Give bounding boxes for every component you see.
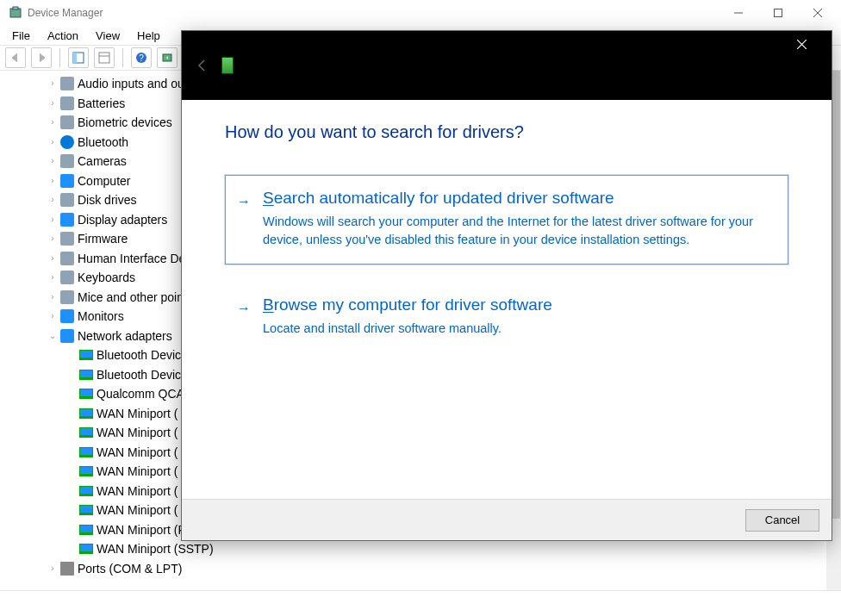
tree-category[interactable]: ›Ports (COM & LPT) bbox=[47, 559, 841, 579]
separator bbox=[122, 48, 123, 67]
network-adapter-icon bbox=[79, 348, 93, 362]
svg-rect-5 bbox=[99, 53, 109, 63]
device-label: Bluetooth Device bbox=[97, 345, 188, 365]
category-icon bbox=[60, 174, 74, 188]
dialog-question: How do you want to search for drivers? bbox=[225, 122, 788, 142]
dialog-close-button[interactable] bbox=[782, 31, 821, 57]
svg-rect-2 bbox=[775, 9, 782, 17]
cancel-button[interactable]: Cancel bbox=[745, 509, 819, 532]
expand-toggle[interactable]: › bbox=[47, 133, 59, 152]
help-button[interactable]: ? bbox=[131, 47, 152, 68]
option-search-automatically[interactable]: → Search automatically for updated drive… bbox=[225, 175, 788, 264]
tree-device[interactable]: WAN Miniport (SSTP) bbox=[65, 539, 841, 559]
category-label: Cameras bbox=[78, 152, 127, 171]
network-adapter-icon bbox=[79, 484, 93, 498]
expand-toggle[interactable]: › bbox=[47, 559, 59, 579]
dialog-footer: Cancel bbox=[182, 499, 832, 540]
menu-action[interactable]: Action bbox=[39, 28, 87, 44]
category-icon bbox=[60, 77, 74, 90]
app-icon bbox=[9, 6, 22, 20]
network-adapter-icon bbox=[79, 503, 93, 517]
expand-toggle[interactable]: ⌄ bbox=[47, 327, 59, 346]
network-adapter-icon bbox=[79, 407, 93, 420]
network-adapter-icon bbox=[79, 464, 93, 478]
menu-help[interactable]: Help bbox=[128, 28, 169, 44]
category-icon bbox=[60, 309, 74, 323]
category-label: Firmware bbox=[78, 229, 128, 249]
menu-file[interactable]: File bbox=[3, 28, 39, 44]
category-label: Batteries bbox=[78, 94, 125, 114]
network-adapter-icon bbox=[79, 368, 93, 382]
dialog-body: How do you want to search for drivers? →… bbox=[182, 100, 832, 499]
expand-toggle[interactable]: › bbox=[47, 210, 59, 230]
expand-toggle[interactable]: › bbox=[47, 307, 59, 327]
option-browse-computer[interactable]: → Browse my computer for driver software… bbox=[225, 282, 788, 353]
option-title: Browse my computer for driver software bbox=[263, 296, 771, 314]
category-label: Bluetooth bbox=[78, 133, 128, 152]
expand-toggle[interactable]: › bbox=[47, 74, 59, 94]
device-icon bbox=[221, 57, 234, 74]
category-icon bbox=[60, 252, 74, 265]
category-icon bbox=[60, 96, 74, 110]
category-label: Biometric devices bbox=[78, 113, 172, 133]
category-icon bbox=[60, 213, 74, 227]
separator bbox=[59, 48, 60, 67]
network-adapter-icon bbox=[79, 445, 93, 459]
nav-back-button[interactable] bbox=[5, 47, 26, 68]
expand-toggle[interactable]: › bbox=[47, 288, 59, 308]
network-adapter-icon bbox=[79, 426, 93, 439]
category-icon bbox=[60, 193, 74, 207]
minimize-button[interactable] bbox=[719, 0, 758, 26]
category-label: Keyboards bbox=[78, 268, 135, 288]
close-window-button[interactable] bbox=[798, 0, 838, 26]
arrow-right-icon: → bbox=[237, 301, 251, 316]
expand-toggle[interactable]: › bbox=[47, 94, 59, 114]
svg-rect-1 bbox=[13, 7, 18, 9]
window-title: Device Manager bbox=[28, 7, 719, 19]
device-label: WAN Miniport ( bbox=[97, 482, 178, 501]
dialog-header bbox=[182, 31, 832, 100]
expand-toggle[interactable]: › bbox=[47, 113, 59, 133]
category-icon bbox=[60, 154, 74, 168]
menu-view[interactable]: View bbox=[87, 28, 128, 44]
titlebar: Device Manager bbox=[0, 0, 841, 26]
device-label: WAN Miniport ( bbox=[97, 462, 178, 482]
category-label: Computer bbox=[78, 171, 130, 191]
scan-hardware-button[interactable] bbox=[157, 47, 178, 68]
category-icon bbox=[60, 271, 74, 284]
category-icon bbox=[60, 290, 74, 304]
device-label: WAN Miniport (SSTP) bbox=[97, 539, 214, 559]
expand-toggle[interactable]: › bbox=[47, 152, 59, 171]
network-adapter-icon bbox=[79, 387, 93, 401]
expand-toggle[interactable]: › bbox=[47, 249, 59, 269]
show-tree-button[interactable] bbox=[68, 47, 89, 68]
category-label: Ports (COM & LPT) bbox=[78, 559, 182, 579]
device-label: Qualcomm QCA bbox=[97, 384, 184, 404]
device-label: WAN Miniport ( bbox=[97, 423, 178, 443]
device-label: Bluetooth Device bbox=[97, 365, 188, 385]
option-title: Search automatically for updated driver … bbox=[263, 189, 771, 208]
device-label: WAN Miniport ( bbox=[97, 501, 178, 520]
network-adapter-icon bbox=[79, 523, 93, 537]
statusbar bbox=[0, 590, 841, 616]
option-description: Locate and install driver software manua… bbox=[263, 320, 771, 338]
expand-toggle[interactable]: › bbox=[47, 229, 59, 249]
category-icon bbox=[60, 135, 74, 149]
expand-toggle[interactable]: › bbox=[47, 171, 59, 191]
dialog-back-button[interactable] bbox=[192, 55, 213, 76]
expand-toggle[interactable]: › bbox=[47, 268, 59, 288]
maximize-button[interactable] bbox=[758, 0, 798, 26]
device-label: WAN Miniport ( bbox=[97, 404, 178, 424]
svg-rect-4 bbox=[73, 53, 77, 63]
category-icon bbox=[60, 115, 74, 129]
category-label: Disk drives bbox=[78, 190, 136, 210]
category-label: Network adapters bbox=[78, 327, 172, 346]
expand-toggle[interactable]: › bbox=[47, 190, 59, 210]
network-adapter-icon bbox=[79, 542, 93, 556]
device-label: WAN Miniport ( bbox=[97, 443, 178, 463]
properties-button[interactable] bbox=[94, 47, 115, 68]
nav-forward-button[interactable] bbox=[31, 47, 52, 68]
arrow-right-icon: → bbox=[237, 194, 251, 209]
option-description: Windows will search your computer and th… bbox=[263, 213, 771, 249]
category-icon bbox=[60, 232, 74, 246]
